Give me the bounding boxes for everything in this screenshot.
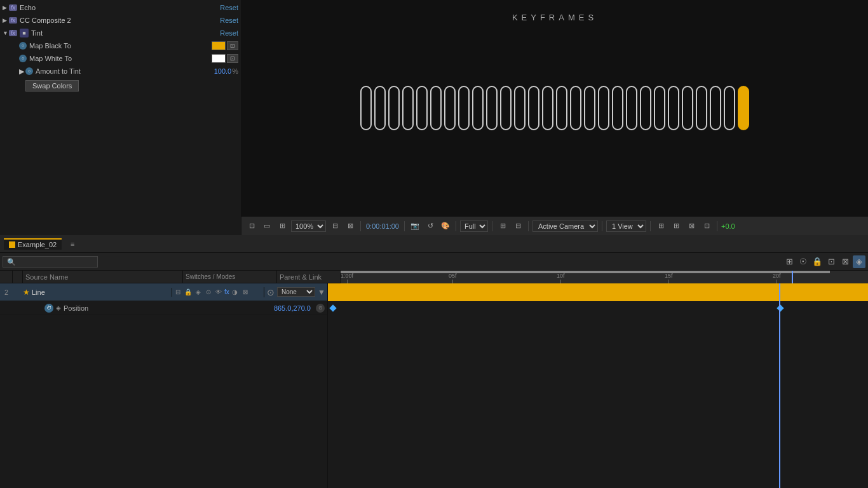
tint-reset-btn[interactable]: Reset: [220, 29, 238, 37]
tint-layer-icon: ■: [20, 29, 29, 37]
switch-vis[interactable]: 👁: [214, 288, 223, 297]
map-black-clock-icon[interactable]: ○: [19, 42, 27, 50]
preview-area: KEYFRAMES: [241, 0, 868, 235]
ruler-mark-15f: 15f: [665, 273, 673, 283]
tl-btn-lock[interactable]: 🔒: [811, 255, 824, 268]
position-graph-icon[interactable]: ◈: [56, 304, 64, 311]
switch-shy[interactable]: ⊟: [173, 288, 182, 297]
map-black-to-label: Map Black To: [29, 42, 212, 50]
effect-cc-composite-row[interactable]: ▶ fx CC Composite 2 Reset: [0, 14, 241, 27]
switches-header: Switches / Modes: [183, 271, 277, 283]
timeline-header-ruler: Source Name Switches / Modes Parent & Li…: [0, 271, 868, 283]
switch-adjustment[interactable]: ⊠: [241, 288, 250, 297]
mask-btn[interactable]: ⊠: [685, 220, 698, 233]
amount-to-tint-row: ▶ ○ Amount to Tint 100.0 %: [0, 65, 241, 78]
layer-num-2: 2: [0, 288, 13, 296]
bar-20: [626, 86, 637, 130]
timeline-ruler[interactable]: 1:00f 05f 10f 15f 20f 25f: [341, 271, 868, 283]
position-link-icon[interactable]: ⊙: [316, 304, 325, 313]
fit-width-btn[interactable]: ⊟: [329, 220, 341, 233]
echo-fx-name: Echo: [20, 4, 220, 11]
map-black-eyedropper[interactable]: ⊡: [227, 41, 238, 50]
keyframe-end[interactable]: [776, 304, 783, 311]
render-btn[interactable]: ⊡: [700, 220, 713, 233]
layer-name-line[interactable]: Line: [32, 288, 172, 296]
bar-1: [360, 86, 372, 130]
separator-1: [360, 221, 361, 231]
tl-btn-graph-editor[interactable]: ◈: [853, 255, 865, 268]
position-stopwatch-icon[interactable]: ⏱: [44, 304, 53, 313]
bar-15: [556, 86, 567, 130]
snapshot-btn[interactable]: ⊡: [245, 220, 258, 233]
map-white-color-swatch[interactable]: [212, 54, 226, 63]
bar-28-yellow: [738, 86, 749, 130]
tl-btn-solo[interactable]: ☉: [797, 255, 810, 268]
fx-badge-layer[interactable]: fx: [224, 288, 229, 295]
bar-26: [710, 86, 721, 130]
monitor-btn[interactable]: ▭: [261, 220, 273, 233]
comp-tab[interactable]: Example_02: [4, 238, 62, 250]
map-black-color-swatch[interactable]: [212, 41, 226, 50]
camera-icon-btn[interactable]: 📷: [409, 220, 421, 233]
camera-select[interactable]: Active Camera: [532, 220, 598, 232]
switch-lock[interactable]: 🔒: [184, 288, 193, 297]
effects-panel: ▶ fx Echo Reset ▶ fx CC Composite 2 Rese…: [0, 0, 241, 235]
cc-expand-arrow[interactable]: ▶: [3, 17, 9, 24]
timeline-menu-icon[interactable]: ≡: [68, 240, 77, 248]
tl-btn-label[interactable]: ⊠: [839, 255, 851, 268]
bar-16: [570, 86, 581, 130]
preview-canvas: KEYFRAMES: [241, 0, 868, 216]
ruler-mark-100f: 1:00f: [341, 273, 353, 283]
map-white-clock-icon[interactable]: ○: [19, 55, 27, 62]
timeline-search-input[interactable]: [3, 256, 98, 268]
echo-reset-btn[interactable]: Reset: [220, 4, 238, 11]
parent-dropdown-arrow[interactable]: ▼: [318, 288, 325, 297]
cc-reset-btn[interactable]: Reset: [220, 17, 238, 24]
color-wheel-btn[interactable]: 🎨: [439, 220, 452, 233]
keyframes-label: KEYFRAMES: [512, 13, 597, 22]
timecode-display[interactable]: 0:00:01:00: [366, 222, 399, 230]
tint-expand-arrow[interactable]: ▼: [3, 30, 9, 36]
tl-btn-guide[interactable]: ⊡: [825, 255, 837, 268]
transparent-btn[interactable]: ⊟: [512, 220, 524, 233]
parent-header: Parent & Link: [277, 271, 341, 283]
bar-10: [486, 86, 498, 130]
region-btn[interactable]: ⊞: [496, 220, 509, 233]
layer-row-line[interactable]: 2 ★ Line ⊟ 🔒 ◈ ⊙ 👁 fx ◑ ⊠ ⊙: [0, 283, 327, 301]
view-select[interactable]: 1 View: [606, 220, 646, 232]
effect-tint-row[interactable]: ▼ fx ■ Tint Reset: [0, 27, 241, 39]
keyframe-start[interactable]: [329, 304, 336, 311]
swap-colors-button[interactable]: Swap Colors: [25, 80, 79, 92]
bar-21: [640, 86, 651, 130]
echo-expand-arrow[interactable]: ▶: [3, 4, 9, 11]
switch-solo[interactable]: ⊙: [204, 288, 213, 297]
map-white-eyedropper[interactable]: ⊡: [227, 54, 238, 63]
timeline-left-panel: 2 ★ Line ⊟ 🔒 ◈ ⊙ 👁 fx ◑ ⊠ ⊙: [0, 283, 328, 488]
fit-height-btn[interactable]: ⊠: [344, 220, 356, 233]
separator-4: [492, 221, 492, 231]
zoom-select[interactable]: 100%: [291, 220, 326, 232]
amount-expand[interactable]: ▶: [19, 67, 25, 76]
loop-btn[interactable]: ↺: [424, 220, 437, 233]
layer-star-line[interactable]: ★: [23, 288, 32, 297]
amount-clock-icon[interactable]: ○: [25, 67, 33, 75]
position-value[interactable]: 865.0,270.0: [274, 304, 311, 312]
quality-select[interactable]: Full: [460, 220, 488, 232]
stereo-btn[interactable]: ⊞: [276, 220, 288, 233]
switch-motion-blur[interactable]: ◑: [231, 288, 240, 297]
effect-echo-row[interactable]: ▶ fx Echo Reset: [0, 1, 241, 14]
layer-track-line[interactable]: [328, 283, 868, 301]
preview-toolbar: ⊡ ▭ ⊞ 100% ⊟ ⊠ 0:00:01:00 📷 ↺ 🎨 Full ⊞ ⊟…: [241, 216, 868, 235]
bar-6: [430, 86, 442, 130]
toolbar-icon-group: ⊞ ☉ 🔒 ⊡ ⊠ ◈: [783, 255, 865, 268]
grid-btn[interactable]: ⊞: [670, 220, 682, 233]
amount-value[interactable]: 100.0: [214, 67, 232, 75]
map-white-to-row: ○ Map White To ⊡: [0, 52, 241, 65]
layer-parent-line: ⊙ None ▼: [264, 287, 327, 297]
parent-link-icon[interactable]: ⊙: [267, 287, 275, 297]
col-num-header: [0, 271, 13, 283]
safe-zones-btn[interactable]: ⊞: [654, 220, 667, 233]
switch-3d[interactable]: ◈: [194, 288, 203, 297]
tl-btn-new-comp[interactable]: ⊞: [783, 255, 796, 268]
parent-none-select[interactable]: None: [277, 287, 315, 297]
